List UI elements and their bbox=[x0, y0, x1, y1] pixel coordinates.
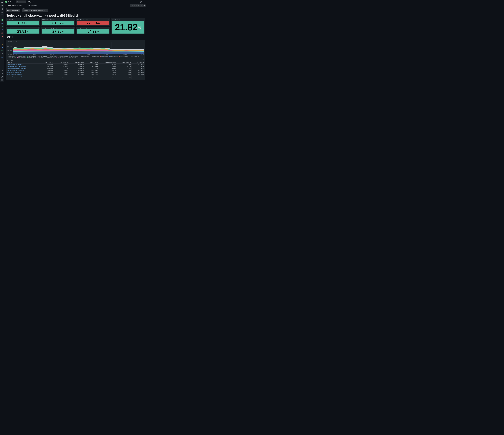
column-header[interactable]: CPU Throttled ▾ ▾ bbox=[54, 61, 69, 63]
info-icon[interactable]: i bbox=[108, 19, 109, 20]
legend-item[interactable]: adservic…6c-92km7 bbox=[80, 56, 89, 57]
pod-name[interactable]: adservice-2-85ffbd686c-92km7 bbox=[7, 73, 40, 75]
refresh-dropdown[interactable]: ▾ bbox=[144, 4, 145, 7]
legend-item[interactable]: containe…her-zz8lq bbox=[59, 56, 68, 57]
column-header[interactable]: CPU Limits % ▾ ▾ bbox=[116, 61, 131, 63]
node-selector[interactable]: gke-full-observability-pool-1-d95648cd-t… bbox=[22, 9, 48, 12]
nav-hex-icon[interactable]: ⬢ bbox=[1, 46, 3, 49]
more-icon[interactable]: ⋮ bbox=[143, 0, 145, 3]
legend-item[interactable]: kube-dn…f5-4m8f8 bbox=[109, 56, 118, 57]
cluster-selector[interactable]: full-observability-gke▾ bbox=[6, 9, 20, 12]
cell: 7.38% bbox=[116, 75, 131, 77]
nav-gear-icon[interactable]: ⚙ bbox=[1, 52, 3, 55]
cpu-usage-chart[interactable] bbox=[13, 42, 144, 53]
pod-name[interactable]: metrics-server-v1.30.3-5988ffd59f-z6wb4 bbox=[7, 65, 40, 67]
column-header[interactable]: CPU Usage ▾ ▾ bbox=[40, 61, 54, 63]
table-row[interactable]: metrics-server-v1.30.3-5988ffd59f-z6wb44… bbox=[7, 65, 144, 67]
legend-item[interactable]: full-obse…ivegate-0 bbox=[17, 56, 26, 57]
analytics-icon[interactable]: ▞ bbox=[1, 76, 3, 78]
metric-value: 8.77 bbox=[18, 21, 25, 25]
legend-item[interactable]: loadgene…5b4-xflvf bbox=[7, 57, 16, 58]
nav-dashboards-icon[interactable] bbox=[1, 19, 3, 21]
logo-icon[interactable] bbox=[1, 1, 3, 4]
settings-icon[interactable]: ⚙ bbox=[1, 72, 3, 75]
visibility-icon[interactable] bbox=[28, 5, 30, 6]
target-icon[interactable] bbox=[1, 8, 3, 10]
legend-item[interactable]: collector-sinda bbox=[37, 57, 45, 58]
info-icon[interactable]: i bbox=[38, 19, 39, 20]
legend-item[interactable]: fluent-bit-4g2zd bbox=[100, 56, 108, 57]
sync-icon[interactable]: ↻ bbox=[26, 5, 27, 6]
home-icon[interactable] bbox=[5, 1, 7, 3]
breadcrumb-dashboards[interactable]: Dashboards bbox=[8, 1, 15, 3]
legend-item[interactable]: payments…5f6-6ixlt bbox=[27, 57, 36, 58]
kebab-icon[interactable]: ⋮ bbox=[23, 5, 25, 6]
nav-globe-icon[interactable]: ◉ bbox=[1, 25, 3, 28]
table-row[interactable]: currencyservice-7bd8d5d5db-tbvf428.8 mco… bbox=[7, 69, 144, 71]
legend-item[interactable]: adservic…ffd-gjldj bbox=[91, 56, 99, 57]
nav-box-icon[interactable]: ▧ bbox=[1, 49, 3, 52]
legend-item[interactable]: redis-ca…fbb-2psqf bbox=[27, 56, 36, 57]
column-header[interactable]: CPU Requests ▾ ▾ bbox=[69, 61, 85, 63]
pod-name[interactable]: adservice-green-79cf665ffd-gjldj bbox=[7, 75, 40, 77]
cell: 4.9 mcore bbox=[131, 65, 144, 67]
legend-item[interactable]: currency…5db-tbvf4 bbox=[38, 56, 47, 57]
table-row[interactable]: full-observability-gke-activegate-050.6 … bbox=[7, 63, 144, 66]
svg-marker-0 bbox=[1, 2, 3, 3]
user-avatar[interactable]: F bbox=[1, 79, 3, 81]
info-icon[interactable]: i bbox=[73, 19, 74, 20]
legend-item[interactable]: payment…c6-4j57p bbox=[119, 56, 128, 57]
pod-name[interactable]: adservice-747f75759-l6h6q bbox=[7, 71, 40, 73]
card-title: Pods Utilization bbox=[112, 19, 120, 20]
table-row[interactable]: full-observability-gke-oneagent-h7f4p40.… bbox=[7, 67, 144, 69]
panel-icon[interactable] bbox=[5, 5, 7, 6]
expand-sidebar-icon[interactable]: ⇥ bbox=[1, 69, 3, 72]
nav-tool-icon[interactable]: ✎ bbox=[1, 43, 3, 45]
info-icon[interactable]: i bbox=[73, 27, 74, 29]
column-header[interactable]: CPU Limits ▾ ▾ bbox=[85, 61, 98, 63]
legend-item[interactable]: shipping…f5-6qnpw bbox=[130, 56, 139, 57]
column-header[interactable]: CPU Slack ▾ ▾ bbox=[131, 61, 144, 63]
apps-icon[interactable] bbox=[1, 11, 3, 14]
info-icon[interactable]: i bbox=[143, 59, 144, 61]
cell: null bbox=[116, 67, 131, 69]
cell: 300.0 mcore bbox=[85, 75, 98, 77]
legend-item[interactable]: full-obs…ent-h7f4p bbox=[7, 56, 15, 57]
nav-cube-icon[interactable]: ◈ bbox=[1, 16, 3, 18]
nav-chart-icon[interactable]: ▤ bbox=[1, 56, 3, 58]
nav-warning-icon[interactable]: ⬣ bbox=[1, 35, 3, 38]
pod-name[interactable]: container-watcher-zz8lq bbox=[7, 77, 40, 79]
column-header[interactable]: Name ▾ ▾ bbox=[7, 61, 40, 63]
new-dashboard-button[interactable]: +Dashboard bbox=[16, 0, 26, 3]
legend-item[interactable]: rabbitmq…89-2td84 bbox=[46, 57, 55, 58]
legend-item[interactable]: kube-sta…56-dtv96 bbox=[67, 57, 76, 58]
legend-item[interactable]: ndcsi-node-mvfb6 bbox=[17, 57, 26, 58]
info-icon[interactable]: i bbox=[108, 27, 109, 29]
nav-book-icon[interactable]: ▬ bbox=[1, 38, 3, 41]
svg-rect-12 bbox=[2, 12, 2, 13]
nav-monitor-icon[interactable]: ◎ bbox=[1, 28, 3, 31]
table-row[interactable]: adservice-2-85ffbd686c-92km722.8 mcore9.… bbox=[7, 73, 144, 75]
table-row[interactable]: container-watcher-zz8lq21.4 mcore135.0 m… bbox=[7, 77, 144, 79]
filters: Cluster full-observability-gke▾ Node gke… bbox=[4, 7, 147, 12]
info-icon[interactable]: i bbox=[143, 19, 144, 20]
pod-name[interactable]: full-observability-gke-oneagent-h7f4p bbox=[7, 67, 40, 69]
cell: 14.42% bbox=[98, 69, 116, 71]
timerange-selector[interactable]: Last 2 hours▾ bbox=[130, 4, 140, 7]
legend-item[interactable]: kube-pro…8cd-t6hi bbox=[56, 57, 65, 58]
legend-item[interactable]: adservic…59-l6h6q bbox=[70, 56, 78, 57]
table-row[interactable]: adservice-747f75759-l6h6q25.6 mcore7.3 m… bbox=[7, 71, 144, 73]
column-header[interactable]: CPU Requests % ▾ ▾ bbox=[98, 61, 116, 63]
nav-alert-icon[interactable]: ▣ bbox=[1, 32, 3, 34]
table-row[interactable]: adservice-green-79cf665ffd-gjldj22.2 mco… bbox=[7, 75, 144, 77]
nav-grid-icon[interactable]: ▦ bbox=[1, 22, 3, 25]
help-icon[interactable] bbox=[140, 0, 142, 3]
info-icon[interactable]: i bbox=[38, 27, 39, 29]
refresh-button[interactable]: ⟳ bbox=[140, 4, 143, 7]
search-icon[interactable] bbox=[1, 4, 3, 7]
pod-name[interactable]: full-observability-gke-activegate-0 bbox=[7, 63, 40, 66]
legend-item[interactable]: metrics-…9f-z6wb4 bbox=[49, 56, 58, 57]
cell: null bbox=[85, 67, 98, 69]
upload-button[interactable]: ⤴Upload bbox=[27, 0, 35, 3]
pod-name[interactable]: currencyservice-7bd8d5d5db-tbvf4 bbox=[7, 69, 40, 71]
